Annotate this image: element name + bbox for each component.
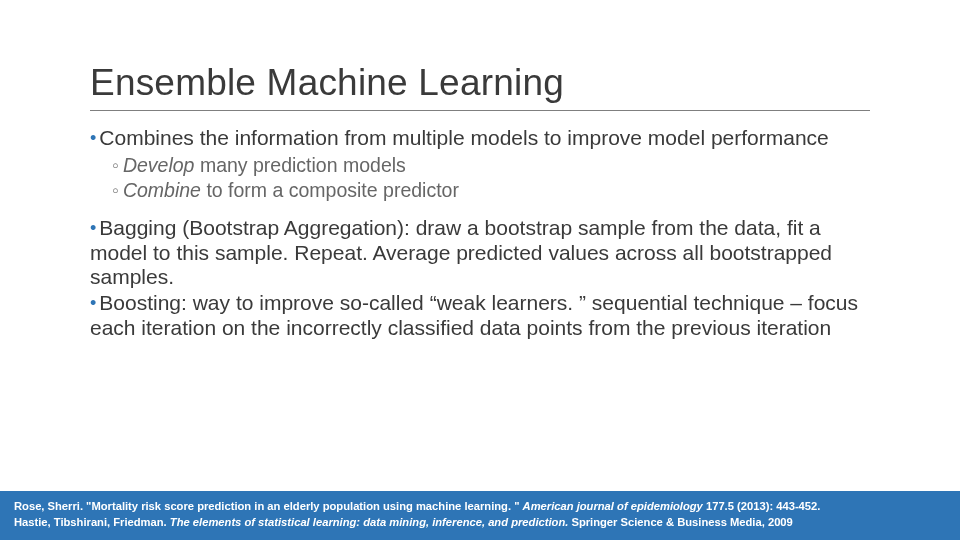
sub-bullet-em: Combine bbox=[123, 179, 201, 201]
sub-bullet-marker: ◦ bbox=[112, 154, 119, 176]
citation-journal: The elements of statistical learning: da… bbox=[170, 516, 568, 528]
bullet-text: Bagging (Bootstrap Aggregation): draw a … bbox=[90, 216, 832, 288]
slide: Ensemble Machine Learning •Combines the … bbox=[0, 0, 960, 540]
citation-text: 177.5 (2013): 443-452. bbox=[703, 500, 821, 512]
bullet-marker: • bbox=[90, 293, 96, 313]
sub-bullet-text: to form a composite predictor bbox=[201, 179, 459, 201]
bullet-item: •Boosting: way to improve so-called “wea… bbox=[90, 291, 880, 340]
sub-bullet-group: ◦Develop many prediction models ◦Combine… bbox=[112, 154, 880, 202]
slide-body: •Combines the information from multiple … bbox=[90, 126, 880, 342]
sub-bullet-marker: ◦ bbox=[112, 179, 119, 201]
bullet-marker: • bbox=[90, 218, 96, 238]
bullet-item: •Combines the information from multiple … bbox=[90, 126, 880, 150]
citation-text: Hastie, Tibshirani, Friedman. bbox=[14, 516, 170, 528]
sub-bullet-item: ◦Develop many prediction models bbox=[112, 154, 880, 177]
citation-text: Springer Science & Business Media, 2009 bbox=[568, 516, 792, 528]
bullet-marker: • bbox=[90, 128, 96, 148]
bullet-text: Boosting: way to improve so-called “weak… bbox=[90, 291, 858, 338]
bullet-group: •Bagging (Bootstrap Aggregation): draw a… bbox=[90, 216, 880, 340]
citation-journal: American journal of epidemiology bbox=[523, 500, 703, 512]
footer-citation: Hastie, Tibshirani, Friedman. The elemen… bbox=[14, 514, 946, 530]
sub-bullet-text: many prediction models bbox=[194, 154, 405, 176]
bullet-text: Combines the information from multiple m… bbox=[99, 126, 828, 149]
sub-bullet-item: ◦Combine to form a composite predictor bbox=[112, 179, 880, 202]
citation-text: Rose, Sherri. "Mortality risk score pred… bbox=[14, 500, 523, 512]
bullet-item: •Bagging (Bootstrap Aggregation): draw a… bbox=[90, 216, 880, 289]
footer-citation: Rose, Sherri. "Mortality risk score pred… bbox=[14, 498, 946, 514]
footer-bar: Rose, Sherri. "Mortality risk score pred… bbox=[0, 491, 960, 540]
slide-title: Ensemble Machine Learning bbox=[90, 62, 870, 111]
sub-bullet-em: Develop bbox=[123, 154, 195, 176]
